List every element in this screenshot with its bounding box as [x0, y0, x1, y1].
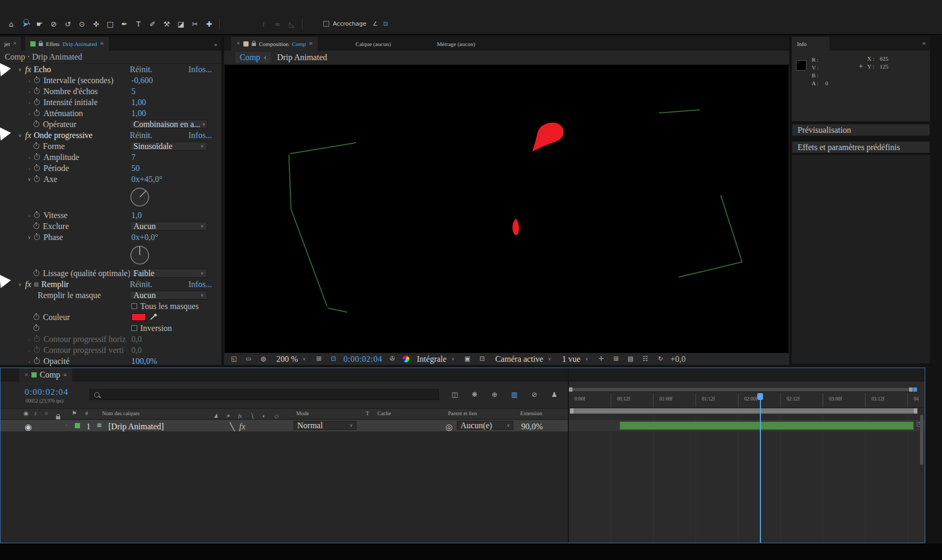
expand-icon[interactable]: ›	[26, 111, 32, 116]
expand-icon[interactable]: ›	[26, 155, 32, 160]
timeline-search-input[interactable]	[103, 390, 434, 400]
close-icon[interactable]: ×	[25, 371, 28, 379]
tab-timeline-comp[interactable]: × Comp ≡	[19, 368, 72, 382]
navigator-start-handle[interactable]	[569, 387, 573, 392]
effect-header-fill[interactable]: ∨ fx ▧ Remplir Réinit. Infos...	[0, 279, 221, 290]
text-tool[interactable]: T	[131, 17, 145, 30]
tab-project-partial[interactable]: jet ×	[0, 37, 21, 51]
mask-visibility-icon[interactable]: ▭	[243, 355, 254, 363]
tab-footage[interactable]: Métrage (aucun)	[437, 37, 475, 51]
pixel-aspect-icon[interactable]: ⊡	[477, 355, 487, 363]
layer-mode-dropdown[interactable]: Normal	[294, 421, 356, 430]
param-value[interactable]: 5	[131, 87, 136, 96]
layer-name[interactable]: [Drip Animated]	[108, 422, 164, 431]
layer-quality-icon[interactable]: ╲	[230, 422, 235, 432]
param-value[interactable]: 100,0%	[131, 357, 157, 366]
time-navigator-track[interactable]	[570, 388, 917, 391]
lissage-dropdown[interactable]: Faible	[130, 269, 207, 278]
stopwatch-icon[interactable]	[33, 314, 39, 320]
panel-menu-icon[interactable]: ≡	[100, 40, 104, 48]
puppet-pin-tool[interactable]: ✚	[202, 17, 216, 30]
snap-angle-icon[interactable]: ∠	[370, 17, 380, 30]
param-value[interactable]: 7	[131, 153, 136, 162]
tab-effect-controls[interactable]: Effets Drip Animated ≡	[25, 37, 109, 51]
effect-header-wave[interactable]: ∨ fx Onde progressive Réinit. Infos...	[0, 130, 221, 141]
param-value[interactable]: 1,00	[131, 98, 146, 107]
hand-tool[interactable]: ☛	[32, 17, 47, 30]
expand-icon[interactable]: ›	[26, 359, 32, 364]
motion-blur-icon[interactable]: ⊕	[488, 390, 501, 400]
fast-preview-icon[interactable]: ⊞	[611, 355, 621, 363]
channels-dropdown[interactable]: Intégrale	[414, 355, 458, 363]
reset-link[interactable]: Réinit.	[130, 65, 152, 74]
layer-visibility-icon[interactable]: ◉	[25, 422, 32, 432]
angle-dial[interactable]	[129, 244, 150, 267]
rotation-tool[interactable]: ↺	[61, 17, 75, 30]
angle-dial[interactable]	[129, 186, 150, 209]
composition-flowchart-icon[interactable]: ◫	[448, 390, 461, 400]
composition-viewport[interactable]	[225, 65, 789, 353]
snapping-checkbox[interactable]	[323, 21, 329, 27]
layer-duration-bar[interactable]	[620, 421, 914, 430]
expand-icon[interactable]: ›	[26, 89, 32, 94]
collapse-caret-icon[interactable]: ∨	[26, 235, 32, 240]
param-value[interactable]: -0,600	[131, 76, 153, 85]
panel-menu-icon[interactable]: ≡	[922, 40, 926, 48]
collapse-caret-icon[interactable]: ∨	[17, 67, 23, 72]
brush-tool[interactable]: ✐	[145, 17, 160, 30]
extension-column-header[interactable]: Extension	[520, 410, 542, 416]
stopwatch-icon[interactable]	[34, 99, 40, 105]
region-of-interest-icon[interactable]: ⊡	[328, 355, 339, 363]
collapse-caret-icon[interactable]: ∨	[26, 177, 32, 182]
timeline-search-box[interactable]	[89, 389, 439, 400]
exposure-value[interactable]: +0,0	[670, 355, 686, 364]
layer-expand-icon[interactable]: ›	[65, 422, 67, 427]
param-value[interactable]: 0x+45,0°	[131, 175, 162, 184]
comp-timecode[interactable]: 0:00:02:04	[343, 355, 382, 364]
param-value[interactable]: 1,0	[131, 211, 142, 220]
stopwatch-icon[interactable]	[34, 154, 40, 160]
exclure-dropdown[interactable]: Aucun	[130, 222, 207, 231]
camera-tool[interactable]: ⊙	[75, 17, 89, 30]
tab-overflow-icon[interactable]: »	[215, 41, 218, 47]
stopwatch-icon[interactable]	[34, 234, 40, 240]
stopwatch-icon[interactable]	[34, 358, 40, 364]
param-value[interactable]: 0x+0,0°	[131, 233, 158, 242]
fill-color-swatch[interactable]	[131, 313, 146, 321]
layer-fx-icon[interactable]: fx	[239, 422, 245, 431]
collapse-caret-icon[interactable]: ∨	[17, 133, 23, 138]
collapse-caret-icon[interactable]: ∨	[17, 282, 23, 287]
tab-layer[interactable]: Calque (aucun)	[355, 37, 391, 51]
layer-row[interactable]: ◉ › 1 ▦ [Drip Animated] ╲ fx Normal ◎ Au…	[1, 420, 568, 431]
reset-link[interactable]: Réinit.	[130, 280, 152, 289]
eraser-tool[interactable]: ◪	[174, 17, 188, 30]
pen-tool[interactable]: ✒	[117, 17, 131, 30]
stopwatch-icon[interactable]	[34, 165, 40, 171]
effect-header-echo[interactable]: ∨ fx Echo Réinit. Infos...	[0, 64, 221, 75]
close-icon[interactable]: ×	[237, 40, 240, 48]
navigator-end-handle[interactable]	[909, 387, 913, 392]
vertical-scrollbar-thumb[interactable]	[920, 415, 923, 465]
all-masks-checkbox[interactable]	[131, 303, 137, 309]
preview-panel-header[interactable]: Prévisualisation	[792, 124, 930, 136]
stopwatch-icon[interactable]	[34, 110, 40, 116]
expand-icon[interactable]: ›	[26, 337, 32, 342]
show-channel-icon[interactable]	[402, 356, 409, 362]
layer-parent-dropdown[interactable]: Aucun(e)	[457, 421, 513, 430]
parent-column-header[interactable]: Parent et lien	[448, 410, 477, 416]
mode-column-header[interactable]: Mode	[296, 410, 309, 416]
stopwatch-icon[interactable]	[33, 143, 39, 149]
flowchart-button-icon[interactable]: ☷	[640, 355, 651, 363]
expand-icon[interactable]: ›	[26, 348, 32, 353]
tab-composition[interactable]: × Composition Comp ≡	[231, 37, 318, 51]
fill-mask-dropdown[interactable]: Aucun	[130, 291, 207, 300]
current-time-display[interactable]: 0:00:02:04	[25, 387, 69, 397]
home-tool[interactable]: ⌂	[4, 17, 18, 30]
graph-editor-icon[interactable]: ▥	[508, 390, 521, 400]
about-link[interactable]: Infos...	[188, 280, 212, 289]
shy-layers-icon[interactable]: ♟	[548, 390, 560, 400]
stopwatch-icon[interactable]	[34, 176, 40, 182]
param-value[interactable]: 1,00	[131, 109, 146, 118]
about-link[interactable]: Infos...	[188, 65, 212, 74]
close-icon[interactable]: ×	[13, 40, 17, 48]
